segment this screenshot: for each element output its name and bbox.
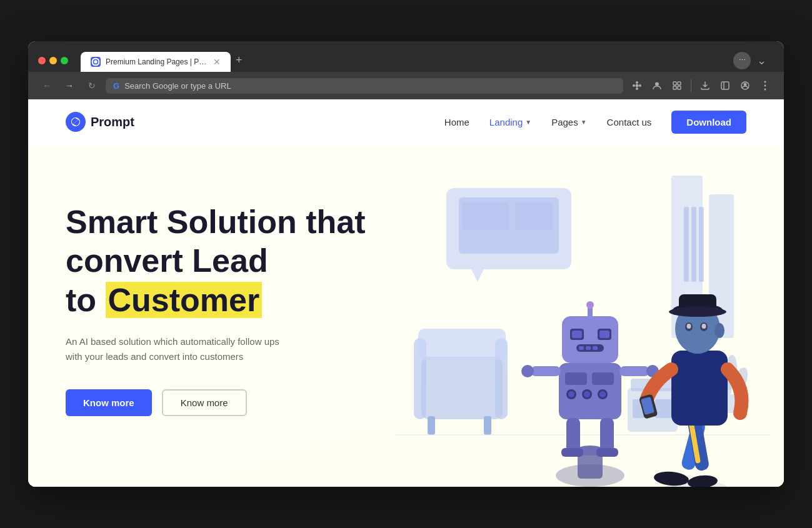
svg-rect-7	[673, 82, 676, 85]
svg-point-14	[744, 83, 747, 86]
svg-rect-49	[592, 372, 614, 385]
site-logo[interactable]: Prompt	[66, 112, 134, 132]
address-text: Search Google or type a URL	[124, 81, 231, 91]
logo-text: Prompt	[91, 115, 134, 129]
minimize-traffic-light[interactable]	[49, 57, 57, 64]
svg-rect-72	[600, 418, 614, 452]
extensions-icon[interactable]	[628, 77, 646, 94]
hero-content: Smart Solution that convert Lead to Cust…	[66, 202, 366, 416]
hero-title: Smart Solution that convert Lead to Cust…	[66, 202, 366, 319]
browser-titlebar: Premium Landing Pages | Pro... ✕ + ⋯ ⌄	[28, 41, 784, 72]
hero-description: An AI based solution which automatically…	[66, 334, 291, 364]
svg-rect-25	[684, 207, 689, 282]
back-button[interactable]: ←	[38, 77, 56, 94]
svg-point-51	[568, 391, 574, 397]
logo-icon	[66, 112, 86, 132]
svg-point-3	[639, 84, 641, 87]
hero-section: Smart Solution that convert Lead to Cust…	[28, 144, 784, 487]
browser-nav-bar: ← → ↻ G Search Google or type a URL	[28, 72, 784, 99]
address-bar[interactable]: G Search Google or type a URL	[106, 78, 623, 94]
svg-point-88	[669, 307, 726, 317]
browser-chrome: Premium Landing Pages | Pro... ✕ + ⋯ ⌄ ←…	[28, 41, 784, 99]
browser-tabs: Premium Landing Pages | Pro... ✕ +	[81, 49, 728, 72]
site-header: Prompt Home Landing ▼ Pages ▼ Contact us…	[28, 99, 784, 144]
svg-rect-48	[565, 372, 587, 385]
know-more-secondary-button[interactable]: Know more	[162, 389, 247, 416]
svg-rect-81	[671, 351, 728, 426]
website-content: Prompt Home Landing ▼ Pages ▼ Contact us…	[28, 99, 784, 487]
nav-contact[interactable]: Contact us	[607, 117, 652, 127]
svg-point-6	[655, 82, 659, 86]
nav-landing[interactable]: Landing ▼	[489, 117, 531, 127]
site-nav: Home Landing ▼ Pages ▼ Contact us Downlo…	[444, 111, 746, 134]
forward-button[interactable]: →	[61, 77, 78, 94]
user-avatar-icon[interactable]	[648, 77, 666, 94]
download-icon[interactable]	[696, 77, 714, 94]
svg-point-4	[636, 81, 638, 84]
svg-marker-20	[471, 269, 484, 282]
hero-buttons: Know more Know more	[66, 389, 366, 416]
svg-point-5	[636, 87, 638, 90]
tab-close-button[interactable]: ✕	[213, 57, 221, 67]
browser-nav-icons	[628, 77, 774, 94]
svg-point-79	[653, 471, 689, 487]
more-options-icon[interactable]	[756, 77, 774, 94]
svg-point-55	[599, 391, 606, 397]
svg-point-62	[586, 301, 594, 309]
svg-rect-37	[655, 399, 673, 418]
hero-title-highlight: Customer	[106, 282, 263, 318]
nav-home[interactable]: Home	[444, 117, 469, 127]
nav-pages[interactable]: Pages ▼	[551, 117, 586, 127]
browser-profile[interactable]: ⋯	[733, 52, 751, 69]
google-icon: G	[113, 81, 119, 91]
svg-rect-11	[721, 82, 729, 89]
svg-rect-22	[515, 202, 553, 230]
svg-point-91	[687, 324, 691, 329]
hero-illustration	[346, 157, 784, 487]
svg-point-80	[687, 474, 718, 487]
reload-button[interactable]: ↻	[83, 77, 101, 94]
svg-rect-28	[421, 357, 503, 419]
svg-rect-71	[566, 418, 580, 452]
maximize-traffic-light[interactable]	[61, 57, 68, 64]
svg-rect-31	[418, 329, 506, 360]
profile-icon[interactable]	[736, 77, 754, 94]
svg-rect-26	[691, 207, 696, 282]
tab-favicon	[91, 57, 101, 67]
svg-rect-73	[561, 448, 583, 457]
svg-rect-65	[586, 346, 591, 350]
svg-rect-59	[572, 331, 582, 338]
svg-point-16	[764, 85, 766, 87]
tab-title: Premium Landing Pages | Pro...	[106, 57, 208, 66]
browser-menu[interactable]: ⌄	[754, 51, 769, 70]
svg-point-53	[584, 391, 590, 397]
svg-point-17	[764, 89, 766, 91]
svg-rect-32	[428, 416, 435, 435]
pages-dropdown-arrow: ▼	[581, 119, 587, 126]
svg-rect-60	[599, 331, 609, 338]
svg-rect-74	[596, 448, 618, 457]
traffic-lights	[38, 57, 68, 64]
svg-point-69	[521, 365, 534, 377]
svg-rect-64	[579, 346, 584, 350]
svg-rect-68	[619, 366, 649, 376]
browser-tab-active[interactable]: Premium Landing Pages | Pro... ✕	[81, 52, 231, 72]
svg-rect-67	[531, 366, 561, 376]
svg-rect-21	[462, 202, 509, 230]
know-more-primary-button[interactable]: Know more	[66, 389, 152, 416]
svg-rect-9	[673, 86, 676, 89]
svg-point-93	[714, 323, 724, 338]
download-button[interactable]: Download	[671, 111, 746, 134]
browser-window: Premium Landing Pages | Pro... ✕ + ⋯ ⌄ ←…	[28, 41, 784, 487]
svg-rect-33	[484, 416, 491, 435]
puzzle-icon[interactable]	[668, 77, 686, 94]
svg-rect-8	[678, 82, 681, 85]
svg-point-15	[764, 81, 766, 83]
landing-dropdown-arrow: ▼	[525, 119, 531, 126]
new-tab-button[interactable]: +	[231, 49, 248, 72]
svg-point-92	[702, 324, 706, 329]
sidebar-icon[interactable]	[716, 77, 734, 94]
close-traffic-light[interactable]	[38, 57, 46, 64]
svg-point-2	[633, 84, 635, 87]
svg-rect-10	[678, 86, 681, 89]
